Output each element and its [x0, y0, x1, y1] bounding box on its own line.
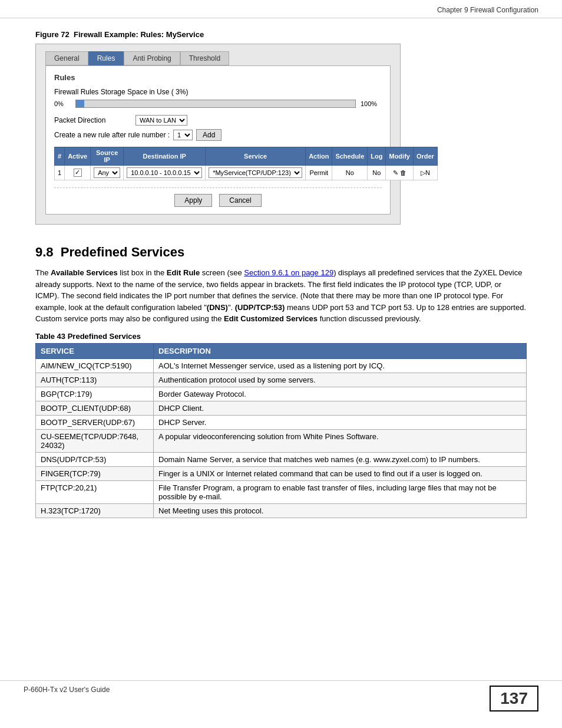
tab-rules[interactable]: Rules — [88, 51, 124, 65]
section-link[interactable]: Section 9.6.1 on page 129 — [244, 268, 333, 277]
figure-box: General Rules Anti Probing Threshold Rul… — [35, 44, 401, 225]
cell-description: Net Meeting uses this protocol. — [154, 503, 527, 518]
cell-service: BGP(TCP:179) — [36, 387, 154, 401]
rule-number-label: Create a new rule after rule number : — [54, 131, 170, 139]
cell-service: FTP(TCP:20,21) — [36, 480, 154, 503]
progress-end: 100% — [361, 100, 382, 107]
col-action: Action — [306, 147, 332, 166]
cell-service: BOOTP_SERVER(UDP:67) — [36, 415, 154, 429]
source-select[interactable]: Any — [94, 167, 120, 178]
page-header: Chapter 9 Firewall Configuration — [0, 0, 562, 18]
table-row: FTP(TCP:20,21) File Transfer Program, a … — [36, 480, 527, 503]
order-icon[interactable]: ▷N — [421, 169, 430, 176]
table-row: DNS(UDP/TCP:53) Domain Name Server, a se… — [36, 452, 527, 466]
bold-dns: (DNS) — [207, 303, 228, 312]
col-order: Order — [413, 147, 437, 166]
cell-modify: ✎ 🗑 — [386, 166, 413, 180]
body-paragraph: The Available Services list box in the E… — [35, 267, 527, 325]
chapter-title: Chapter 9 Firewall Configuration — [437, 6, 538, 14]
delete-icon[interactable]: 🗑 — [400, 169, 406, 176]
page-footer: P-660H-Tx v2 User's Guide 137 — [0, 680, 562, 716]
table-row: BGP(TCP:179) Border Gateway Protocol. — [36, 387, 527, 401]
service-select[interactable]: *MyService(TCP/UDP:123) — [209, 167, 302, 178]
figure-section: Figure 72 Firewall Example: Rules: MySer… — [35, 30, 527, 225]
tab-threshold[interactable]: Threshold — [180, 51, 229, 65]
table-row: AIM/NEW_ICQ(TCP:5190) AOL's Internet Mes… — [36, 358, 527, 373]
cell-description: Domain Name Server, a service that match… — [154, 452, 527, 466]
tab-bar: General Rules Anti Probing Threshold — [45, 51, 391, 65]
packet-direction-label: Packet Direction — [54, 116, 131, 124]
col-source-ip: SourceIP — [91, 147, 124, 166]
cell-action: Permit — [306, 166, 332, 180]
active-checkbox[interactable] — [74, 169, 82, 177]
table-row: BOOTP_SERVER(UDP:67) DHCP Server. — [36, 415, 527, 429]
footer-left: P-660H-Tx v2 User's Guide — [24, 686, 110, 711]
col-log: Log — [368, 147, 386, 166]
table-row: CU-SEEME(TCP/UDP:7648, 24032) A popular … — [36, 429, 527, 452]
add-button[interactable]: Add — [196, 129, 222, 141]
bold-edit-rule: Edit Rule — [167, 268, 200, 277]
col-schedule: Schedule — [332, 147, 368, 166]
cell-service: *MyService(TCP/UDP:123) — [206, 166, 306, 180]
apply-button[interactable]: Apply — [174, 194, 212, 207]
table-title: Table 43 Predefined Services — [35, 332, 527, 341]
rule-number-select[interactable]: 1 — [173, 130, 193, 140]
tab-general[interactable]: General — [45, 51, 88, 65]
cell-dest: 10.0.0.10 - 10.0.0.15 — [124, 166, 206, 180]
cell-service: H.323(TCP:1720) — [36, 503, 154, 518]
cell-description: Finger is a UNIX or Internet related com… — [154, 466, 527, 480]
cell-active — [65, 166, 91, 180]
cell-service: BOOTP_CLIENT(UDP:68) — [36, 401, 154, 415]
bold-available-services: Available Services — [51, 268, 118, 277]
progress-row: 0% 100% — [54, 100, 382, 108]
edit-icon[interactable]: ✎ — [393, 169, 398, 176]
col-modify: Modify — [386, 147, 413, 166]
cell-description: A popular videoconferencing solution fro… — [154, 429, 527, 452]
storage-label: Firewall Rules Storage Space in Use ( 3%… — [54, 88, 382, 96]
panel-title: Rules — [54, 73, 382, 82]
cell-description: Border Gateway Protocol. — [154, 387, 527, 401]
cell-description: AOL's Internet Messenger service, used a… — [154, 358, 527, 373]
cell-source: Any — [91, 166, 124, 180]
cell-service: AIM/NEW_ICQ(TCP:5190) — [36, 358, 154, 373]
col-description-header: DESCRIPTION — [154, 343, 527, 358]
table-row: FINGER(TCP:79) Finger is a UNIX or Inter… — [36, 466, 527, 480]
page-number: 137 — [490, 686, 538, 711]
cell-schedule: No — [332, 166, 368, 180]
col-service-header: SERVICE — [36, 343, 154, 358]
dest-select[interactable]: 10.0.0.10 - 10.0.0.15 — [127, 167, 202, 178]
packet-direction-select[interactable]: WAN to LAN — [135, 115, 187, 126]
cell-description: Authentication protocol used by some ser… — [154, 373, 527, 387]
bold-udptcp: (UDP/TCP:53) — [235, 303, 285, 312]
cell-service: AUTH(TCP:113) — [36, 373, 154, 387]
table-row: H.323(TCP:1720) Net Meeting uses this pr… — [36, 503, 527, 518]
cancel-button[interactable]: Cancel — [219, 194, 261, 207]
cell-description: File Transfer Program, a program to enab… — [154, 480, 527, 503]
rule-number-row: Create a new rule after rule number : 1 … — [54, 129, 382, 141]
progress-bar-fill — [76, 100, 84, 107]
col-service: Service — [206, 147, 306, 166]
cell-service: FINGER(TCP:79) — [36, 466, 154, 480]
figure-title: Figure 72 Firewall Example: Rules: MySer… — [35, 30, 527, 39]
cell-description: DHCP Server. — [154, 415, 527, 429]
progress-start: 0% — [54, 100, 71, 107]
tab-antiprobing[interactable]: Anti Probing — [124, 51, 180, 65]
table-row: BOOTP_CLIENT(UDP:68) DHCP Client. — [36, 401, 527, 415]
col-dest-ip: Destination IP — [124, 147, 206, 166]
rules-table: # Active SourceIP Destination IP Service… — [54, 147, 438, 180]
cell-description: DHCP Client. — [154, 401, 527, 415]
bold-edit-customized: Edit Customized Services — [224, 314, 318, 323]
table-row: AUTH(TCP:113) Authentication protocol us… — [36, 373, 527, 387]
cell-num: 1 — [55, 166, 65, 180]
rules-panel: Rules Firewall Rules Storage Space in Us… — [45, 65, 391, 215]
table-row: 1 Any 10.0.0.10 - 10. — [55, 166, 438, 180]
cell-order: ▷N — [413, 166, 437, 180]
apply-row: Apply Cancel — [54, 194, 382, 207]
packet-direction-row: Packet Direction WAN to LAN — [54, 115, 382, 126]
main-content: Figure 72 Firewall Example: Rules: MySer… — [0, 18, 562, 551]
col-active: Active — [65, 147, 91, 166]
section-heading: 9.8 Predefined Services — [35, 239, 527, 260]
cell-log: No — [368, 166, 386, 180]
col-num: # — [55, 147, 65, 166]
progress-bar — [75, 100, 356, 108]
